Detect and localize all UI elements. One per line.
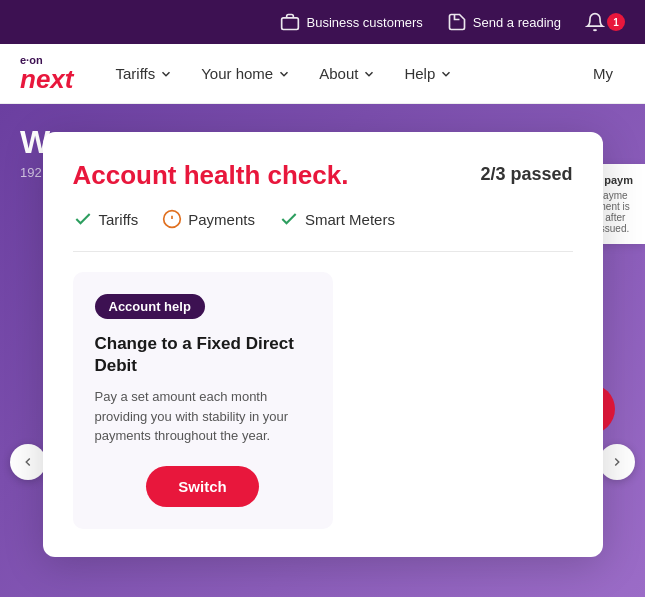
info-card-desc: Pay a set amount each month providing yo…: [95, 387, 311, 446]
nav-help[interactable]: Help: [392, 57, 465, 90]
notification-bell[interactable]: 1: [585, 12, 625, 32]
briefcase-icon: [280, 12, 300, 32]
logo[interactable]: e·on next: [20, 55, 73, 92]
modal-title: Account health check.: [73, 160, 349, 191]
info-card: Account help Change to a Fixed Direct De…: [73, 272, 333, 529]
chevron-down-icon: [362, 67, 376, 81]
modal-overlay: Account health check. 2/3 passed Tariffs…: [0, 104, 645, 597]
modal-header: Account health check. 2/3 passed: [73, 160, 573, 191]
chevron-down-icon: [277, 67, 291, 81]
info-card-title: Change to a Fixed Direct Debit: [95, 333, 311, 377]
send-reading-label: Send a reading: [473, 15, 561, 30]
warning-icon-payments: [162, 209, 182, 229]
status-row: Tariffs Payments Smart Meters: [73, 209, 573, 229]
nav-your-home[interactable]: Your home: [189, 57, 303, 90]
svg-rect-0: [282, 18, 299, 30]
logo-next: next: [20, 66, 73, 92]
meter-icon: [447, 12, 467, 32]
chevron-down-icon: [159, 67, 173, 81]
bell-icon: [585, 12, 605, 32]
status-tariffs: Tariffs: [73, 209, 139, 229]
status-smart-meters: Smart Meters: [279, 209, 395, 229]
check-icon-tariffs: [73, 209, 93, 229]
status-smart-meters-label: Smart Meters: [305, 211, 395, 228]
business-customers-link[interactable]: Business customers: [280, 12, 422, 32]
main-nav: e·on next Tariffs Your home About Help M…: [0, 44, 645, 104]
switch-button[interactable]: Switch: [146, 466, 258, 507]
status-tariffs-label: Tariffs: [99, 211, 139, 228]
notification-count: 1: [607, 13, 625, 31]
modal-score: 2/3 passed: [480, 164, 572, 185]
nav-tariffs[interactable]: Tariffs: [103, 57, 185, 90]
chevron-down-icon: [439, 67, 453, 81]
nav-items: Tariffs Your home About Help My: [103, 57, 625, 90]
send-reading-link[interactable]: Send a reading: [447, 12, 561, 32]
business-label: Business customers: [306, 15, 422, 30]
status-payments: Payments: [162, 209, 255, 229]
status-payments-label: Payments: [188, 211, 255, 228]
info-tag: Account help: [95, 294, 205, 319]
nav-my[interactable]: My: [581, 57, 625, 90]
check-icon-smart-meters: [279, 209, 299, 229]
account-health-modal: Account health check. 2/3 passed Tariffs…: [43, 132, 603, 557]
modal-divider: [73, 251, 573, 252]
nav-about[interactable]: About: [307, 57, 388, 90]
top-bar: Business customers Send a reading 1: [0, 0, 645, 44]
